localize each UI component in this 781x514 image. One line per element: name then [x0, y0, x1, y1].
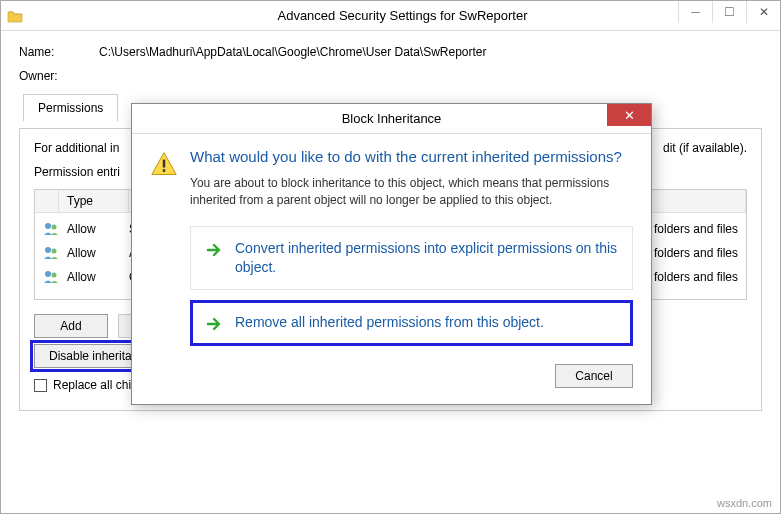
option-remove[interactable]: Remove all inherited permissions from th… [190, 300, 633, 346]
svg-point-5 [52, 273, 57, 278]
tab-permissions[interactable]: Permissions [23, 94, 118, 121]
watermark: wsxdn.com [717, 497, 772, 509]
cancel-button[interactable]: Cancel [555, 364, 633, 388]
cell-type: Allow [59, 244, 121, 262]
name-value: C:\Users\Madhuri\AppData\Local\Google\Ch… [99, 45, 487, 59]
svg-rect-7 [163, 169, 165, 172]
arrow-right-icon [205, 315, 223, 333]
close-button[interactable]: ✕ [746, 1, 780, 23]
folder-icon [7, 9, 23, 23]
dialog-title-bar: Block Inheritance ✕ [132, 104, 651, 134]
window-title: Advanced Security Settings for SwReporte… [31, 8, 774, 23]
dialog-body: What would you like to do with the curre… [132, 134, 651, 404]
arrow-right-icon [205, 241, 223, 259]
advanced-security-window: Advanced Security Settings for SwReporte… [0, 0, 781, 514]
col-type[interactable]: Type [59, 190, 129, 212]
owner-label: Owner: [19, 69, 99, 83]
hint-text-1: For additional in [34, 141, 119, 155]
maximize-button[interactable]: ☐ [712, 1, 746, 23]
hint-text-1-trail: dit (if available). [663, 141, 747, 155]
svg-point-1 [52, 225, 57, 230]
users-icon [43, 269, 59, 285]
dialog-heading: What would you like to do with the curre… [190, 148, 633, 165]
replace-all-checkbox[interactable] [34, 379, 47, 392]
option-remove-text: Remove all inherited permissions from th… [235, 313, 544, 332]
svg-point-0 [45, 223, 51, 229]
dialog-footer: Cancel [190, 356, 633, 388]
svg-point-2 [45, 247, 51, 253]
window-controls: ─ ☐ ✕ [678, 1, 780, 23]
cell-type: Allow [59, 268, 121, 286]
dialog-close-button[interactable]: ✕ [607, 104, 651, 126]
users-icon [43, 221, 59, 237]
warning-icon [150, 150, 178, 178]
minimize-button[interactable]: ─ [678, 1, 712, 23]
hint-text-2: Permission entri [34, 165, 120, 179]
svg-point-3 [52, 249, 57, 254]
cell-type: Allow [59, 220, 121, 238]
option-convert[interactable]: Convert inherited permissions into expli… [190, 226, 633, 290]
users-icon [43, 245, 59, 261]
dialog-description: You are about to block inheritance to th… [190, 175, 633, 210]
dialog-title: Block Inheritance [342, 111, 442, 126]
svg-rect-6 [163, 160, 165, 168]
owner-row: Owner: [19, 69, 762, 83]
add-button[interactable]: Add [34, 314, 108, 338]
block-inheritance-dialog: Block Inheritance ✕ What would you like … [131, 103, 652, 405]
name-row: Name: C:\Users\Madhuri\AppData\Local\Goo… [19, 45, 762, 59]
name-label: Name: [19, 45, 99, 59]
title-bar: Advanced Security Settings for SwReporte… [1, 1, 780, 31]
option-convert-text: Convert inherited permissions into expli… [235, 239, 618, 277]
svg-point-4 [45, 271, 51, 277]
